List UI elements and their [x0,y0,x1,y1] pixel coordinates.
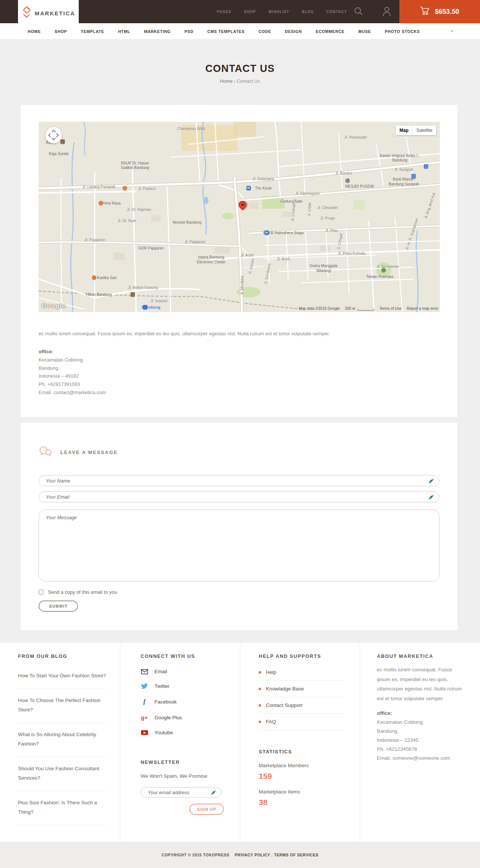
poi-icon [99,201,103,205]
help-label: FAQ [266,719,276,725]
pen-icon [428,494,434,502]
map-label: Jl. Bondol [335,171,352,175]
category-nav-link[interactable]: SHOP [55,29,67,34]
google-logo[interactable]: Google [42,302,66,310]
send-copy-label: Send a copy of this email to you [48,589,117,595]
stat-item: Marketplace Items 38 [259,789,360,807]
map-type-satellite-button[interactable]: Satellite [412,125,436,135]
social-link-list: Email Twitter f Facebook g+ Google Plus [141,664,240,740]
social-icon: g+ [141,714,148,721]
blog-post-link[interactable]: What is So Alluring About Celebrity Fash… [18,723,106,757]
office-line: Email. contact@marketica.com [39,388,440,397]
map-label: Jl. Surapati [394,167,413,172]
newsletter-email-input[interactable] [148,790,214,795]
square-bullet-icon [259,671,261,674]
social-link[interactable]: f Facebook [141,693,240,710]
statistics-section: STATISTICS Marketplace Members 159 Marke… [259,749,360,807]
poi-icon [130,292,135,297]
poi-icon [246,186,251,190]
signup-button[interactable]: SIGN UP [189,804,224,815]
google-map[interactable]: Champelas WalkJl. HasanudinAstonRaja Sun… [39,122,440,312]
help-link[interactable]: Contact Support [259,697,345,714]
cart-button[interactable]: $653.50 [399,0,480,23]
pan-right-icon[interactable] [54,133,58,137]
social-icon [141,730,148,735]
social-link[interactable]: Twitter [141,679,240,693]
name-input[interactable] [46,478,425,484]
top-nav-link[interactable]: BLOG [302,10,314,14]
footer-office-info: office: Kecamatan CoblongBandung.Indones… [377,709,460,763]
top-nav-link[interactable]: CONTACT [326,10,347,14]
office-info: office: Kecamatan CoblongBandung.Indones… [39,348,440,397]
category-nav-link[interactable]: PHOTO STOCKS [385,29,420,34]
map-label: Jl. Patra Komala [338,251,365,255]
category-nav-link[interactable]: ECOMMERCE [316,29,345,34]
map-label: Jl. Riau [325,228,338,232]
social-label: Twitter [154,683,170,689]
pan-down-icon[interactable] [51,136,56,140]
form-heading: LEAVE A MESSAGE [60,450,118,455]
chevron-down-icon[interactable]: » [450,30,455,32]
map-label: RSUP Dr. Hasan Sadikin Bandung [116,161,154,170]
message-field-wrap [39,509,440,581]
blog-post-link[interactable]: Should You Use Fashion Consultant Servic… [18,757,106,791]
terms-of-use-link[interactable]: Terms of Use [380,306,402,311]
category-nav-link[interactable]: HTML [118,29,130,34]
blog-post-link[interactable]: Plus Size Fashion: Is There Such a Thing… [18,791,106,825]
report-map-error-link[interactable]: Report a map error [407,306,438,311]
category-nav-link[interactable]: CMS TEMPLATES [207,29,244,34]
social-link[interactable]: g+ Google Plus [141,710,240,725]
breadcrumb-home[interactable]: Home [220,79,232,84]
map-type-control: Map Satellite [396,125,436,135]
square-bullet-icon [259,688,261,690]
social-link[interactable]: Email [141,664,240,679]
legal-links[interactable]: PRIVACY POLICY . TERMS OF SERVICES [235,853,318,857]
footer-blog-column: FROM OUR BLOG How To Start Your Own Fash… [0,643,120,842]
name-field-wrap [39,475,440,486]
user-icon[interactable] [382,6,392,18]
blog-post-link[interactable]: How To Start Your Own Fashion Store? [18,664,106,689]
social-label: Email [154,669,167,674]
top-nav-link[interactable]: WISHLIST [268,10,290,14]
submit-button[interactable]: SUBMIT [39,601,78,612]
social-label: Youtube [154,730,173,735]
footer-connect-heading: CONNECT WITH US [141,653,240,659]
social-label: Facebook [154,699,177,705]
help-link[interactable]: Help [259,664,345,681]
help-label: Contact Support [266,702,303,708]
social-link[interactable]: Youtube [141,725,240,740]
map-label: Jl. Industri [150,299,168,303]
map-label: Jl. Pajajaran [185,240,206,244]
map-label: The Kiosk [255,186,272,191]
category-nav-link[interactable]: PSD [184,29,194,34]
blog-post-link[interactable]: How To Choose The Perfect Fashion Store? [18,689,106,723]
search-icon[interactable] [354,6,363,18]
help-link[interactable]: FAQ [259,714,345,730]
category-nav-link[interactable]: MUSE [358,29,371,34]
footer-about-column: ABOUT MARKETICA ec mollis lorem consequa… [360,643,480,842]
map-label: Jl. Merdeka [240,276,244,295]
map-pan-control [45,127,62,143]
category-nav-link[interactable]: TEMPLATE [81,29,104,34]
send-copy-checkbox[interactable] [39,590,44,595]
office-line: Ph. +62817391083 [39,380,440,388]
help-link[interactable]: Knowladge Base [259,681,345,697]
top-nav-link[interactable]: PAGES [217,10,231,14]
pan-left-icon[interactable] [48,133,52,137]
pan-up-icon[interactable] [51,130,56,134]
email-input[interactable] [46,494,425,500]
chat-bubbles-icon [39,446,52,459]
brand-logo[interactable]: MARKETICA [18,0,79,26]
stat-value: 38 [259,798,360,807]
message-textarea[interactable] [39,510,439,581]
category-nav-link[interactable]: CODE [258,29,271,34]
map-type-map-button[interactable]: Map [396,125,412,135]
square-bullet-icon [259,721,261,723]
category-nav-link[interactable]: DESIGN [285,29,302,34]
category-nav-link[interactable]: HOME [28,29,41,34]
newsletter-note: We Won't Spam, We Promise [141,773,240,779]
top-nav-link[interactable]: SHOP [244,10,256,14]
category-nav-link[interactable]: MARKETING [144,29,171,34]
map-label: RSKB Halmahera Siaga [263,231,304,236]
office-line: Indonesia – 49182 [39,372,440,380]
